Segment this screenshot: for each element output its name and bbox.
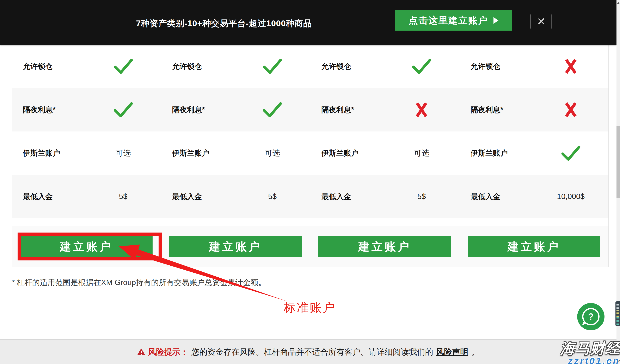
feature-label: 允许锁仓 xyxy=(310,61,384,72)
feature-value: 可选 xyxy=(86,148,161,158)
feature-label: 允许锁仓 xyxy=(12,61,86,72)
risk-warning-label: 风险提示： xyxy=(148,347,188,358)
table-row: 伊斯兰账户 xyxy=(459,132,608,175)
feature-label: 伊斯兰账户 xyxy=(310,148,384,158)
open-account-cta-button[interactable]: 点击这里建立账户 xyxy=(395,10,512,30)
divider xyxy=(551,15,552,29)
annotation-label: 标准账户 xyxy=(284,300,336,316)
warning-triangle-icon xyxy=(137,349,145,356)
feature-value xyxy=(384,101,459,119)
table-row: 允许锁仓 xyxy=(310,45,459,88)
feature-label: 最低入金 xyxy=(310,192,384,202)
feature-value: 5$ xyxy=(86,192,161,201)
table-row: 隔夜利息* xyxy=(459,88,608,132)
feature-label: 最低入金 xyxy=(459,192,533,202)
feature-label: 允许锁仓 xyxy=(459,61,533,72)
table-row: 隔夜利息* xyxy=(12,88,161,132)
feature-value xyxy=(533,58,608,75)
account-column-3: 允许锁仓 隔夜利息* 伊斯兰账户 可选 最低入金 5$ 建立账户 xyxy=(310,45,460,267)
risk-warning-bar: 风险提示： 您的资金存在风险。杠杆商品并不适合所有客户。请详细阅读我们的风险声明… xyxy=(0,339,620,364)
row-gap xyxy=(161,218,310,226)
cross-icon xyxy=(564,58,577,75)
account-column-1: 允许锁仓 隔夜利息* 伊斯兰账户 可选 最低入金 5$ 建立账户 xyxy=(12,45,161,267)
create-account-button-standard[interactable]: 建立账户 xyxy=(20,236,153,257)
feature-value xyxy=(86,102,161,118)
feature-label: 隔夜利息* xyxy=(161,105,235,115)
question-bubble-icon: ? xyxy=(582,308,600,325)
feature-value: 可选 xyxy=(235,148,310,158)
table-row: 伊斯兰账户 可选 xyxy=(310,132,459,175)
check-icon xyxy=(262,102,282,118)
create-account-button[interactable]: 建立账户 xyxy=(169,236,302,257)
scroll-down-icon[interactable] xyxy=(617,360,620,362)
feature-value xyxy=(86,58,161,75)
row-gap xyxy=(459,218,608,226)
side-stripe-widget[interactable] xyxy=(616,301,620,326)
feature-label: 伊斯兰账户 xyxy=(161,148,235,158)
table-row: 最低入金 5$ xyxy=(310,175,459,218)
feature-value xyxy=(235,58,310,75)
check-icon xyxy=(561,145,581,161)
help-chat-button[interactable]: ? xyxy=(577,303,604,330)
feature-label: 隔夜利息* xyxy=(459,105,533,115)
table-row: 最低入金 5$ xyxy=(12,175,161,218)
risk-statement-link[interactable]: 风险声明 xyxy=(436,347,468,358)
promo-topbar: 7种资产类别-10+种交易平台-超过1000种商品 点击这里建立账户 ✕ xyxy=(0,0,617,45)
feature-label: 隔夜利息* xyxy=(310,105,384,115)
feature-value xyxy=(533,101,608,119)
row-gap xyxy=(310,218,459,226)
check-icon xyxy=(113,102,133,118)
cross-icon xyxy=(415,101,428,119)
account-column-4: 允许锁仓 隔夜利息* 伊斯兰账户 最低入金 10,000$ 建立账户 xyxy=(459,45,609,267)
play-arrow-icon xyxy=(494,17,498,24)
account-comparison-table: 允许锁仓 隔夜利息* 伊斯兰账户 可选 最低入金 5$ 建立账户 允许锁仓 隔夜… xyxy=(12,45,609,267)
feature-label: 隔夜利息* xyxy=(12,105,86,115)
stripe-yellow xyxy=(617,310,619,317)
table-row: 最低入金 10,000$ xyxy=(459,175,608,218)
cross-icon xyxy=(564,101,577,119)
divider xyxy=(530,15,531,29)
table-row: 伊斯兰账户 可选 xyxy=(161,132,310,175)
risk-warning-text: 您的资金存在风险。杠杆商品并不适合所有客户。请详细阅读我们的 xyxy=(191,347,433,358)
create-account-button[interactable]: 建立账户 xyxy=(468,236,600,257)
feature-value: 5$ xyxy=(384,192,459,201)
feature-value: 5$ xyxy=(235,192,310,201)
stripe-grey xyxy=(617,303,619,310)
feature-label: 允许锁仓 xyxy=(161,61,235,72)
feature-label: 伊斯兰账户 xyxy=(12,148,86,158)
cta-label: 点击这里建立账户 xyxy=(409,14,488,27)
leverage-footnote: * 杠杆的适用范围是根据在XM Group持有的所有交易账户总资金累计金额。 xyxy=(12,277,266,288)
button-row: 建立账户 xyxy=(161,226,310,267)
promo-headline: 7种资产类别-10+种交易平台-超过1000种商品 xyxy=(136,18,312,29)
table-row: 隔夜利息* xyxy=(310,88,459,132)
scrollbar-thumb[interactable] xyxy=(617,126,620,198)
feature-value: 10,000$ xyxy=(533,192,608,201)
feature-value xyxy=(235,102,310,118)
feature-label: 最低入金 xyxy=(12,192,86,202)
table-row: 隔夜利息* xyxy=(161,88,310,132)
row-gap xyxy=(12,218,161,226)
feature-value: 可选 xyxy=(384,148,459,158)
feature-value xyxy=(533,145,608,161)
account-column-2: 允许锁仓 隔夜利息* 伊斯兰账户 可选 最低入金 5$ 建立账户 xyxy=(161,45,310,267)
check-icon xyxy=(113,58,133,75)
check-icon xyxy=(412,58,432,75)
table-row: 允许锁仓 xyxy=(459,45,608,88)
table-row: 伊斯兰账户 可选 xyxy=(12,132,161,175)
check-icon xyxy=(262,58,282,75)
table-row: 允许锁仓 xyxy=(161,45,310,88)
table-row: 允许锁仓 xyxy=(12,45,161,88)
button-row: 建立账户 xyxy=(12,226,161,267)
period: 。 xyxy=(471,347,479,358)
feature-label: 伊斯兰账户 xyxy=(459,148,533,158)
feature-value xyxy=(384,58,459,75)
close-icon[interactable]: ✕ xyxy=(534,15,548,29)
button-row: 建立账户 xyxy=(310,226,459,267)
create-account-button[interactable]: 建立账户 xyxy=(318,236,451,257)
scroll-up-icon[interactable] xyxy=(617,2,620,4)
button-row: 建立账户 xyxy=(459,226,608,267)
stripe-teal xyxy=(617,317,619,325)
table-row: 最低入金 5$ xyxy=(161,175,310,218)
feature-label: 最低入金 xyxy=(161,192,235,202)
